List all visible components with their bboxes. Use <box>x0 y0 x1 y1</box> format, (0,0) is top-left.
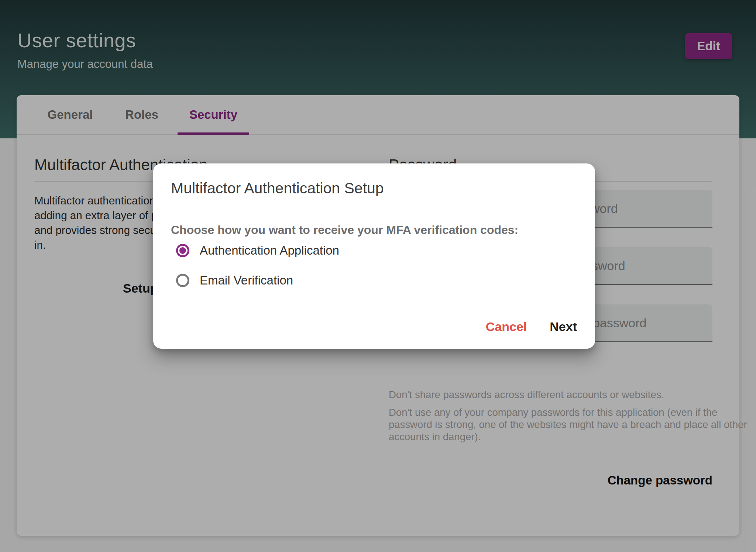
next-button[interactable]: Next <box>550 320 577 334</box>
user-settings-screen: User settings Manage your account data E… <box>0 0 756 552</box>
dialog-prompt: Choose how you want to receive your MFA … <box>171 223 518 237</box>
radio-option-label: Authentication Application <box>200 244 339 258</box>
cancel-button[interactable]: Cancel <box>486 320 527 334</box>
radio-option-label: Email Verification <box>200 273 293 287</box>
radio-unselected-icon <box>176 274 189 287</box>
dialog-title: Multifactor Authentication Setup <box>171 180 384 197</box>
mfa-setup-dialog: Multifactor Authentication Setup Choose … <box>153 163 595 349</box>
radio-selected-icon <box>176 244 189 257</box>
radio-option-email-verification[interactable]: Email Verification <box>171 272 293 289</box>
radio-option-authentication-application[interactable]: Authentication Application <box>171 242 339 259</box>
dialog-actions: Cancel Next <box>486 320 577 334</box>
